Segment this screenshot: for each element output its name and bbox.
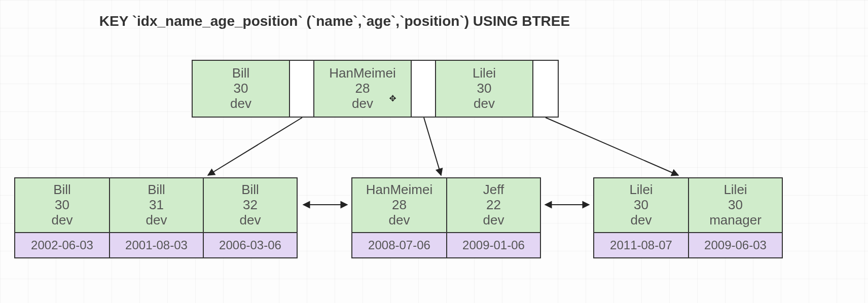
leaf-key-name: Lilei <box>629 182 653 198</box>
leaf-key-age: 28 <box>392 198 407 213</box>
leaf-key-position: dev <box>389 213 410 228</box>
leaf-key: Lilei 30 manager <box>689 178 782 233</box>
root-pointer-gap <box>412 61 436 117</box>
leaf-value: 2009-06-03 <box>689 233 782 257</box>
leaf-key: Lilei 30 dev <box>594 178 688 233</box>
leaf-key-position: dev <box>52 213 73 228</box>
leaf-entry: Bill 30 dev 2002-06-03 <box>15 178 109 257</box>
leaf-value: 2001-08-03 <box>110 233 203 257</box>
root-key-name: Bill <box>232 66 250 81</box>
root-key-age: 28 <box>355 81 370 96</box>
root-key-position: dev <box>352 96 373 111</box>
leaf-entry: HanMeimei 28 dev 2008-07-06 <box>352 178 446 257</box>
leaf-entry: Lilei 30 dev 2011-08-07 <box>594 178 688 257</box>
leaf-entry: Bill 31 dev 2001-08-03 <box>109 178 203 257</box>
leaf-value: 2009-01-06 <box>447 233 540 257</box>
leaf-key-position: dev <box>483 213 504 228</box>
leaf-key-name: Bill <box>241 182 259 198</box>
leaf-value: 2008-07-06 <box>352 233 446 257</box>
root-key-position: dev <box>230 96 251 111</box>
root-key-0: Bill 30 dev <box>193 61 290 117</box>
leaf-key-name: Bill <box>148 182 165 198</box>
root-key-position: dev <box>474 96 495 111</box>
leaf-key-position: dev <box>631 213 652 228</box>
leaf-key-position: dev <box>240 213 261 228</box>
leaf-value: 2006-03-06 <box>204 233 297 257</box>
leaf-key-position: dev <box>146 213 167 228</box>
root-key-age: 30 <box>477 81 492 96</box>
leaf-key-age: 32 <box>243 198 258 213</box>
leaf-key: Bill 32 dev <box>204 178 297 233</box>
leaf-key-age: 31 <box>149 198 164 213</box>
leaf-key-age: 22 <box>486 198 501 213</box>
leaf-key: HanMeimei 28 dev <box>352 178 446 233</box>
leaf-key-name: HanMeimei <box>366 182 433 198</box>
leaf-key-age: 30 <box>55 198 69 213</box>
root-key-name: HanMeimei <box>329 66 396 81</box>
leaf-key: Jeff 22 dev <box>447 178 540 233</box>
leaf-key: Bill 31 dev <box>110 178 203 233</box>
leaf-key-name: Bill <box>53 182 71 198</box>
root-key-name: Lilei <box>473 66 496 81</box>
leaf-key: Bill 30 dev <box>15 178 109 233</box>
diagram-title: KEY `idx_name_age_position` (`name`,`age… <box>0 13 669 29</box>
leaf-value: 2011-08-07 <box>594 233 688 257</box>
btree-root-node: Bill 30 dev HanMeimei 28 dev Lilei 30 de… <box>192 60 559 118</box>
btree-leaf-2: Lilei 30 dev 2011-08-07 Lilei 30 manager… <box>593 177 783 258</box>
leaf-key-age: 30 <box>634 198 648 213</box>
leaf-key-age: 30 <box>728 198 743 213</box>
root-pointer-gap <box>533 61 558 117</box>
leaf-value: 2002-06-03 <box>15 233 109 257</box>
leaf-key-position: manager <box>709 213 762 228</box>
move-cursor-icon: ✥ <box>389 94 396 101</box>
root-key-1: HanMeimei 28 dev <box>314 61 412 117</box>
svg-line-2 <box>546 118 678 175</box>
leaf-entry: Lilei 30 manager 2009-06-03 <box>688 178 782 257</box>
root-key-2: Lilei 30 dev <box>436 61 533 117</box>
leaf-entry: Jeff 22 dev 2009-01-06 <box>446 178 540 257</box>
svg-line-1 <box>424 118 441 175</box>
btree-leaf-1: HanMeimei 28 dev 2008-07-06 Jeff 22 dev … <box>351 177 541 258</box>
root-key-age: 30 <box>234 81 248 96</box>
leaf-key-name: Lilei <box>724 182 747 198</box>
leaf-key-name: Jeff <box>483 182 504 198</box>
btree-leaf-0: Bill 30 dev 2002-06-03 Bill 31 dev 2001-… <box>14 177 298 258</box>
svg-line-0 <box>208 118 302 175</box>
leaf-entry: Bill 32 dev 2006-03-06 <box>203 178 297 257</box>
root-pointer-gap <box>290 61 314 117</box>
